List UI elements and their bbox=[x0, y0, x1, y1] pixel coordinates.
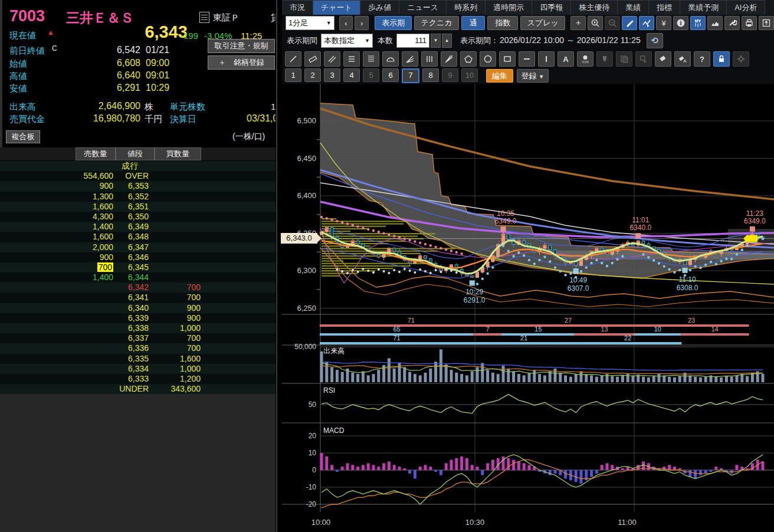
fan-lines-icon[interactable] bbox=[402, 51, 418, 67]
order-book-row[interactable]: 4,3006,350 bbox=[0, 212, 276, 222]
hlines3-icon[interactable] bbox=[343, 51, 360, 67]
trade-caution-button[interactable]: 取引注意・規制 bbox=[208, 39, 275, 53]
zoom-in-icon[interactable] bbox=[588, 16, 603, 30]
info-icon[interactable]: i bbox=[673, 16, 688, 30]
composite-board-button[interactable]: 複合板 bbox=[6, 130, 40, 143]
order-book-row[interactable]: 1,6006,351 bbox=[0, 202, 276, 212]
preset-button-7[interactable]: 7 bbox=[402, 68, 419, 83]
preset-button-5[interactable]: 5 bbox=[363, 68, 379, 82]
eraser-all-icon[interactable]: A bbox=[674, 51, 691, 67]
settings-icon[interactable] bbox=[733, 51, 749, 67]
preset-button-3[interactable]: 3 bbox=[324, 68, 340, 82]
toolbar-button-指数化[interactable]: 指数化 bbox=[487, 16, 518, 30]
preset-button-1[interactable]: 1 bbox=[285, 68, 301, 82]
tab-業績[interactable]: 業績 bbox=[618, 0, 649, 15]
ruler-icon[interactable] bbox=[304, 51, 321, 67]
stamp-icon[interactable]: ICON bbox=[577, 51, 593, 67]
order-book-row[interactable]: 6,340900 bbox=[0, 303, 276, 313]
toolbar-button-表示期間[interactable]: 表示期間 bbox=[375, 16, 412, 30]
copy-icon[interactable] bbox=[616, 51, 632, 67]
parallel-lines-icon[interactable] bbox=[324, 51, 340, 67]
order-book-row[interactable]: 6,342700 bbox=[0, 283, 276, 293]
order-book-row[interactable]: 2,0006,347 bbox=[0, 242, 276, 252]
interval-select[interactable]: 1分足▼ bbox=[286, 16, 334, 30]
tab-ニュース[interactable]: ニュース bbox=[399, 0, 447, 15]
yen-icon[interactable]: ¥ bbox=[656, 16, 671, 30]
order-book-row[interactable]: 9006,353 bbox=[0, 181, 276, 191]
toolbar-button-テクニカル[interactable]: テクニカル bbox=[414, 16, 459, 30]
order-book-row[interactable]: 9006,346 bbox=[0, 252, 276, 262]
pentagon-icon[interactable] bbox=[460, 51, 477, 67]
tab-株主優待[interactable]: 株主優待 bbox=[571, 0, 618, 15]
vlines-icon[interactable] bbox=[421, 51, 438, 67]
trendline-icon[interactable] bbox=[285, 51, 301, 67]
order-book-row[interactable]: 6,3341,000 bbox=[0, 364, 276, 374]
count-up-button[interactable]: ▲ bbox=[442, 34, 452, 48]
document-icon[interactable] bbox=[199, 12, 209, 23]
order-book-row[interactable]: 6,3331,200 bbox=[0, 374, 276, 384]
order-book-row[interactable]: 1,6006,348 bbox=[0, 232, 276, 242]
next-button[interactable]: › bbox=[355, 16, 369, 30]
period-mode-select[interactable]: 本数指定▼ bbox=[321, 34, 373, 48]
order-book-row[interactable]: 6,337700 bbox=[0, 333, 276, 343]
crosshair-icon[interactable] bbox=[639, 16, 654, 30]
add-watchlist-button[interactable]: ＋ 銘柄登録 bbox=[208, 55, 275, 70]
circle-icon[interactable] bbox=[480, 51, 496, 67]
rectangle-icon[interactable] bbox=[499, 51, 516, 67]
drag-icon[interactable] bbox=[635, 51, 652, 67]
tab-指標[interactable]: 指標 bbox=[649, 0, 680, 15]
fib-arc-icon[interactable] bbox=[382, 51, 399, 67]
tab-四季報[interactable]: 四季報 bbox=[532, 0, 571, 15]
mountain-chart-icon[interactable] bbox=[707, 16, 723, 30]
order-book-row[interactable]: 6,3381,000 bbox=[0, 323, 276, 333]
wrench-icon[interactable] bbox=[724, 16, 740, 30]
print-icon[interactable] bbox=[742, 16, 757, 30]
edit-button[interactable]: 編集 bbox=[486, 69, 513, 83]
preset-button-4[interactable]: 4 bbox=[343, 68, 360, 82]
lock-edit-icon[interactable] bbox=[713, 51, 730, 67]
order-book-row[interactable]: UNDER343,600 bbox=[0, 384, 276, 394]
order-book-row[interactable]: 554,600OVER bbox=[0, 171, 276, 181]
order-book-row[interactable]: 成行 bbox=[0, 161, 276, 171]
my-chart-icon[interactable]: MY bbox=[690, 16, 706, 30]
hsegment-icon[interactable] bbox=[519, 51, 535, 67]
order-book-row[interactable]: 6,3351,600 bbox=[0, 354, 276, 364]
order-book-row[interactable]: 6,339900 bbox=[0, 313, 276, 323]
count-down-button[interactable]: ▼ bbox=[431, 34, 441, 48]
zoom-out-icon[interactable] bbox=[605, 16, 620, 30]
tab-業績予測[interactable]: 業績予測 bbox=[680, 0, 727, 15]
tab-歩み値[interactable]: 歩み値 bbox=[360, 0, 399, 15]
eraser-icon[interactable] bbox=[655, 51, 671, 67]
preset-button-8[interactable]: 8 bbox=[422, 68, 439, 82]
toolbar-button-通常[interactable]: 通常 bbox=[461, 16, 486, 30]
tab-AI分析[interactable]: AI分析 bbox=[727, 0, 765, 15]
preset-button-6[interactable]: 6 bbox=[382, 68, 399, 82]
reset-period-icon[interactable]: ⟲ bbox=[647, 33, 663, 48]
tab-適時開示[interactable]: 適時開示 bbox=[486, 0, 532, 15]
chart-area[interactable]: 10:356349.011:016340.011:236349.010:2962… bbox=[282, 84, 774, 532]
order-book-row[interactable]: 1,4006,344 bbox=[0, 272, 276, 283]
order-book-row[interactable]: 1,4006,349 bbox=[0, 222, 276, 232]
export-icon[interactable] bbox=[759, 16, 774, 30]
preset-button-2[interactable]: 2 bbox=[304, 68, 321, 82]
anchor-icon[interactable] bbox=[596, 51, 613, 67]
gann-fan-icon[interactable] bbox=[441, 51, 457, 67]
text-icon[interactable]: A bbox=[557, 51, 574, 67]
preset-button-10[interactable]: 10 bbox=[461, 68, 478, 82]
order-book-row[interactable]: 7006,345 bbox=[0, 262, 276, 272]
hlines4-icon[interactable] bbox=[363, 51, 379, 67]
count-input[interactable] bbox=[396, 34, 429, 48]
prev-button[interactable]: ‹ bbox=[339, 16, 353, 30]
order-book-row[interactable]: 6,341700 bbox=[0, 293, 276, 303]
toolbar-button-スプレッド[interactable]: スプレッド bbox=[520, 16, 565, 30]
tab-市況[interactable]: 市況 bbox=[282, 0, 313, 15]
preset-button-9[interactable]: 9 bbox=[442, 68, 458, 82]
tab-チャート[interactable]: チャート bbox=[313, 0, 360, 15]
vsegment-icon[interactable] bbox=[538, 51, 555, 67]
pencil-icon[interactable] bbox=[622, 16, 637, 30]
register-button[interactable]: 登録 ▼ bbox=[517, 69, 549, 83]
tab-時系列[interactable]: 時系列 bbox=[447, 0, 486, 15]
panel-divider[interactable] bbox=[276, 0, 277, 532]
add-icon[interactable]: ＋ bbox=[570, 16, 586, 30]
help-icon[interactable]: ? bbox=[694, 51, 710, 67]
